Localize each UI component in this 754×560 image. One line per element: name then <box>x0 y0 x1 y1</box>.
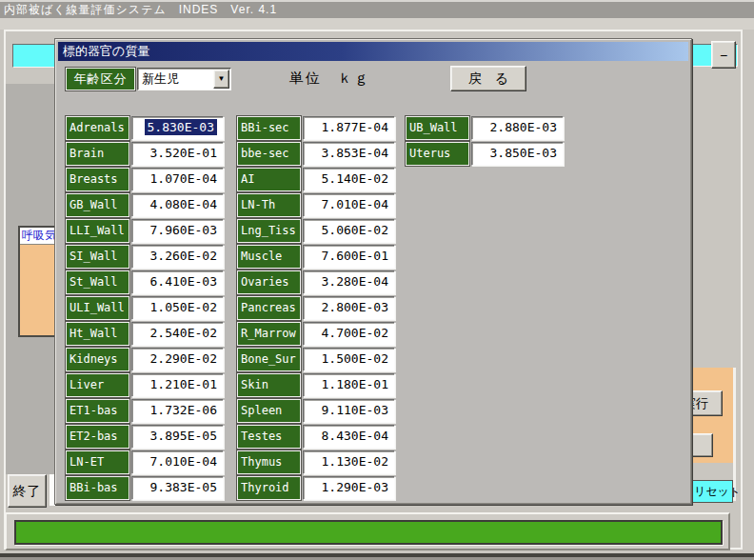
organ-label: LLI_Wall <box>66 219 129 243</box>
organ-value: 2.880E-03 <box>490 120 557 134</box>
table-row: ULI_Wall1.050E-02 <box>66 296 224 320</box>
organ-value-field[interactable]: 3.895E-05 <box>131 425 224 449</box>
app-window: 内部被ばく線量評価システム INDES Ver. 4.1 − 呼吸気 実行 リセ… <box>0 0 754 560</box>
organ-value: 7.010E-04 <box>322 197 388 211</box>
table-row: AI5.140E-02 <box>237 168 395 191</box>
organ-value: 3.853E-04 <box>322 146 388 160</box>
organ-value-field[interactable]: 8.430E-04 <box>303 425 395 449</box>
organ-value: 3.260E-02 <box>150 249 217 263</box>
table-row: UB_Wall2.880E-03 <box>406 116 564 140</box>
organ-value-field[interactable]: 5.830E-03 <box>131 116 224 140</box>
organ-value-field[interactable]: 2.290E-02 <box>131 348 224 371</box>
organ-value-field[interactable]: 3.853E-04 <box>303 142 395 166</box>
organ-value: 7.600E-01 <box>322 249 388 263</box>
unit-label: 単位 ｋｇ <box>289 70 370 88</box>
organ-label: Uterus <box>406 142 469 166</box>
organ-value: 9.110E-03 <box>322 403 388 417</box>
dialog-titlebar[interactable]: 標的器官の質量 <box>58 42 688 61</box>
organ-label: Ovaries <box>237 270 301 294</box>
progress-bar <box>14 520 723 545</box>
dropdown-button[interactable]: ▼ <box>213 70 229 89</box>
organ-value: 2.540E-02 <box>150 326 217 340</box>
organ-value: 6.410E-03 <box>150 274 217 289</box>
organ-label: ULI_Wall <box>66 296 129 320</box>
table-row: Breasts1.070E-04 <box>66 168 224 191</box>
organ-value-field[interactable]: 9.383E-05 <box>131 476 224 500</box>
organ-value: 7.010E-04 <box>150 454 217 469</box>
organ-label: Thyroid <box>237 476 301 500</box>
organ-label: BBi-bas <box>66 476 129 500</box>
organ-value-field[interactable]: 9.110E-03 <box>303 399 395 423</box>
organ-value-field[interactable]: 1.290E-03 <box>303 476 395 500</box>
organ-label: AI <box>237 168 301 191</box>
organ-value-field[interactable]: 2.800E-03 <box>303 296 395 320</box>
organ-value-field[interactable]: 5.060E-02 <box>303 219 395 243</box>
table-row: Testes8.430E-04 <box>237 425 395 449</box>
organ-label: St_Wall <box>66 270 129 294</box>
organ-value-field[interactable]: 7.010E-04 <box>131 450 224 474</box>
organ-value-field[interactable]: 3.280E-04 <box>303 270 395 294</box>
table-row: Brain3.520E-01 <box>66 142 224 166</box>
table-row: Spleen9.110E-03 <box>237 399 395 423</box>
organ-value-field[interactable]: 6.410E-03 <box>131 270 224 294</box>
minimize-icon: − <box>720 48 727 63</box>
minimize-button[interactable]: − <box>711 41 736 69</box>
organ-value: 1.290E-03 <box>322 480 388 494</box>
organ-value-field[interactable]: 1.500E-02 <box>303 348 395 371</box>
organ-value-field[interactable]: 3.850E-03 <box>471 142 564 166</box>
window-titlebar[interactable]: 内部被ばく線量評価システム INDES Ver. 4.1 <box>0 0 754 18</box>
organ-value-field[interactable]: 7.960E-03 <box>131 219 224 243</box>
organ-value-field[interactable]: 1.210E-01 <box>131 373 224 397</box>
organ-value-field[interactable]: 2.880E-03 <box>471 116 564 140</box>
organ-value-field[interactable]: 1.130E-02 <box>303 450 395 474</box>
table-row: ET1-bas1.732E-06 <box>66 399 224 423</box>
organ-value: 9.383E-05 <box>150 480 217 494</box>
organ-value: 3.850E-03 <box>490 146 557 160</box>
organ-label: Pancreas <box>237 296 301 320</box>
menu-strip <box>0 18 754 30</box>
age-category-select[interactable]: 新生児 ▼ <box>137 68 231 90</box>
organ-value-field[interactable]: 3.520E-01 <box>131 142 224 166</box>
organ-label: Muscle <box>237 245 301 269</box>
organ-label: LN-Th <box>237 193 301 217</box>
organ-value-field[interactable]: 1.732E-06 <box>131 399 224 423</box>
exit-button[interactable]: 終了 <box>8 474 47 508</box>
organ-label: ET2-bas <box>66 425 129 449</box>
organ-mass-dialog: 標的器官の質量 年齢区分 新生児 ▼ 単位 ｋｇ 戻 る Adrenals5.8… <box>54 38 692 505</box>
organ-label: Brain <box>66 142 129 166</box>
organ-label: Adrenals <box>66 116 129 140</box>
organ-column-1: Adrenals5.830E-03Brain3.520E-01Breasts1.… <box>66 116 224 500</box>
organ-value-field[interactable]: 1.877E-04 <box>303 116 395 140</box>
table-row: GB_Wall4.080E-04 <box>66 193 224 217</box>
organ-value-field[interactable]: 2.540E-02 <box>131 322 224 346</box>
organ-label: Thymus <box>237 450 301 474</box>
organ-value: 1.500E-02 <box>322 351 388 366</box>
organ-value-field[interactable]: 7.600E-01 <box>303 245 395 269</box>
table-row: Thyroid1.290E-03 <box>237 476 395 500</box>
organ-value-field[interactable]: 1.180E-01 <box>303 373 395 397</box>
organ-label: Ht_Wall <box>66 322 129 346</box>
organ-value-field[interactable]: 1.070E-04 <box>131 168 224 191</box>
organ-column-3: UB_Wall2.880E-03Uterus3.850E-03 <box>406 116 564 166</box>
organ-label: Bone_Sur <box>237 348 301 371</box>
organ-label: UB_Wall <box>406 116 469 140</box>
organ-label: Testes <box>237 425 301 449</box>
organ-value-field[interactable]: 1.050E-02 <box>131 296 224 320</box>
table-row: BBi-bas9.383E-05 <box>66 476 224 500</box>
window-title: 内部被ばく線量評価システム INDES Ver. 4.1 <box>4 3 277 16</box>
organ-value-field[interactable]: 4.080E-04 <box>131 193 224 217</box>
table-row: Muscle7.600E-01 <box>237 245 395 269</box>
organ-value: 4.700E-02 <box>322 326 388 340</box>
table-row: Kidneys2.290E-02 <box>66 348 224 371</box>
organ-value-field[interactable]: 3.260E-02 <box>131 245 224 269</box>
organ-label: Liver <box>66 373 129 397</box>
organ-value-field[interactable]: 5.140E-02 <box>303 168 395 191</box>
back-button[interactable]: 戻 る <box>450 66 526 91</box>
organ-value-field[interactable]: 4.700E-02 <box>303 322 395 346</box>
progress-panel <box>5 512 730 550</box>
organ-value: 1.130E-02 <box>322 454 388 469</box>
organ-label: bbe-sec <box>237 142 301 166</box>
organ-value: 1.070E-04 <box>150 171 217 186</box>
table-row: LLI_Wall7.960E-03 <box>66 219 224 243</box>
organ-value-field[interactable]: 7.010E-04 <box>303 193 395 217</box>
